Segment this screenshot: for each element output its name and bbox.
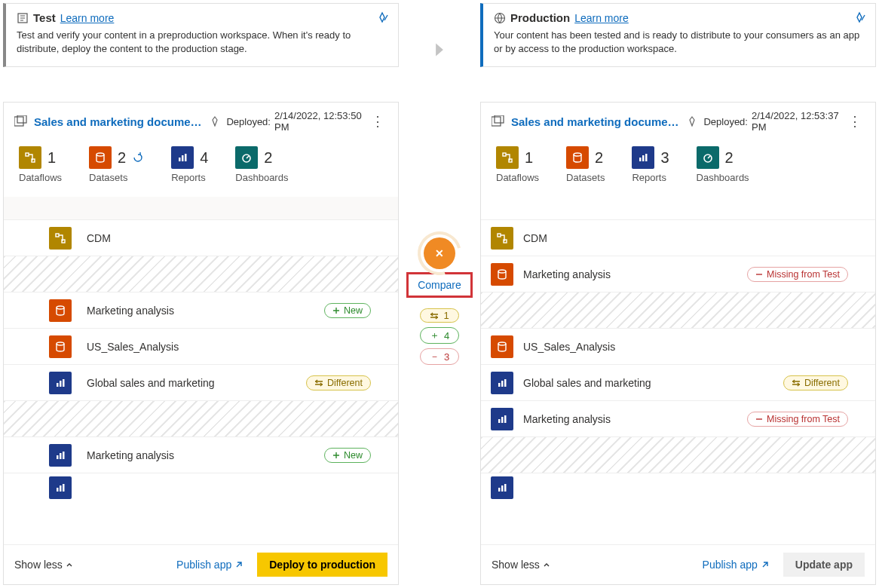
list-item[interactable]: CDM — [481, 219, 875, 256]
learn-more-link-prod[interactable]: Learn more — [574, 12, 629, 24]
more-menu-test[interactable]: ⋮ — [368, 115, 387, 128]
list-item[interactable]: US_Sales_Analysis — [481, 328, 875, 364]
svg-rect-8 — [185, 154, 187, 161]
svg-rect-15 — [60, 381, 62, 387]
more-menu-prod[interactable]: ⋮ — [845, 115, 865, 128]
stats-row-test: 1 Dataflows 2 Datasets 4 Report — [4, 140, 398, 197]
publish-app-test[interactable]: Publish app — [176, 559, 243, 571]
status-badge: Missing from Test — [747, 267, 848, 282]
svg-rect-43 — [498, 488, 501, 492]
list-item-partial — [481, 473, 875, 486]
svg-rect-16 — [63, 379, 65, 387]
workspace-name-test[interactable]: Sales and marketing documentati... — [34, 115, 202, 128]
svg-rect-17 — [57, 455, 59, 459]
svg-rect-42 — [504, 415, 507, 423]
compare-add-pill: ＋4 — [420, 327, 459, 344]
compare-diff-pill: 1 — [420, 308, 458, 323]
svg-rect-18 — [60, 453, 62, 459]
item-name: US_Sales_Analysis — [523, 341, 848, 353]
dataflow-icon — [19, 146, 41, 169]
empty-slot — [4, 400, 398, 436]
svg-rect-20 — [57, 488, 59, 492]
item-name: Global sales and marketing — [523, 377, 783, 389]
svg-point-35 — [498, 270, 506, 273]
learn-more-link-test[interactable]: Learn more — [60, 12, 115, 24]
svg-rect-21 — [60, 485, 62, 492]
svg-point-13 — [57, 342, 64, 345]
dataset-icon — [566, 146, 589, 169]
dataflow-icon — [481, 227, 523, 250]
stage-title-test: Test — [33, 11, 56, 24]
workspace-name-prod[interactable]: Sales and marketing documentati... — [511, 115, 679, 128]
svg-rect-41 — [501, 417, 504, 423]
list-item[interactable]: Marketing analysisMissing from Test — [481, 400, 875, 436]
item-list-prod[interactable]: CDMMarketing analysisMissing from TestUS… — [481, 219, 875, 544]
stage-desc-test: Test and verify your content in a prepro… — [17, 29, 386, 56]
item-name: Marketing analysis — [523, 268, 747, 280]
svg-point-36 — [498, 342, 506, 345]
deploy-to-production-button[interactable]: Deploy to production — [257, 553, 387, 577]
compare-cancel-button[interactable]: ✕ — [424, 237, 455, 269]
stage-title-prod: Production — [510, 11, 570, 24]
svg-rect-22 — [63, 484, 65, 492]
status-badge: Missing from Test — [747, 412, 848, 427]
item-list-test[interactable]: CDMMarketing analysisNewUS_Sales_Analysi… — [4, 219, 398, 544]
svg-rect-1 — [14, 117, 23, 126]
svg-rect-24 — [492, 117, 501, 126]
empty-slot — [4, 256, 398, 292]
svg-rect-39 — [504, 379, 507, 387]
svg-rect-26 — [503, 153, 506, 156]
item-name: Marketing analysis — [87, 449, 324, 461]
stage-card-production: Production Learn more Your content has b… — [480, 3, 876, 67]
svg-rect-10 — [56, 234, 59, 237]
list-item[interactable]: Global sales and marketingDifferent — [4, 364, 398, 400]
list-item[interactable]: US_Sales_Analysis — [4, 328, 398, 364]
item-name: US_Sales_Analysis — [87, 341, 371, 353]
svg-rect-33 — [498, 234, 501, 237]
premium-icon — [687, 116, 697, 127]
list-item[interactable]: Global sales and marketingDifferent — [481, 364, 875, 400]
stats-row-prod: 1 Dataflows 2 Datasets 3 Reports — [481, 140, 875, 197]
deployment-rules-icon-prod[interactable] — [853, 11, 866, 25]
show-less-test[interactable]: Show less — [14, 559, 73, 571]
svg-rect-37 — [498, 383, 501, 387]
deployment-rules-icon[interactable] — [375, 11, 389, 25]
compare-del-pill: －3 — [420, 348, 459, 365]
checklist-icon — [17, 12, 29, 24]
list-item[interactable]: Marketing analysisNew — [4, 436, 398, 473]
dataflow-icon — [496, 146, 519, 169]
svg-point-5 — [96, 153, 104, 156]
workspace-icon — [492, 115, 505, 127]
svg-rect-6 — [179, 158, 181, 161]
svg-rect-14 — [57, 383, 59, 387]
compare-button[interactable]: Compare — [406, 272, 473, 298]
publish-app-prod[interactable]: Publish app — [703, 559, 770, 571]
item-name: Marketing analysis — [87, 305, 324, 317]
report-icon — [481, 408, 523, 430]
item-name: Marketing analysis — [523, 413, 747, 425]
status-badge: Different — [783, 375, 848, 390]
dataset-icon — [4, 335, 87, 358]
dataflow-icon — [4, 227, 87, 250]
svg-rect-40 — [498, 419, 501, 423]
svg-point-28 — [574, 153, 581, 156]
stage-card-test: Test Learn more Test and verify your con… — [3, 3, 399, 67]
update-app-button[interactable]: Update app — [783, 553, 865, 577]
svg-rect-19 — [63, 452, 65, 459]
list-item[interactable]: Marketing analysisNew — [4, 292, 398, 328]
svg-rect-29 — [639, 158, 642, 161]
dashboard-icon — [235, 146, 258, 169]
list-item-partial — [4, 473, 398, 486]
dataset-icon — [89, 146, 112, 169]
deployed-label-test: Deployed: 2/14/2022, 12:53:50 PM — [226, 110, 362, 133]
report-icon — [481, 473, 523, 499]
workspace-icon — [14, 115, 28, 127]
report-icon — [4, 372, 87, 394]
svg-rect-38 — [501, 381, 504, 387]
status-badge: New — [324, 448, 371, 463]
list-item[interactable]: CDM — [4, 219, 398, 256]
workspace-card-test: Sales and marketing documentati... Deplo… — [3, 102, 399, 585]
refresh-icon[interactable] — [132, 152, 144, 164]
list-item[interactable]: Marketing analysisMissing from Test — [481, 256, 875, 292]
show-less-prod[interactable]: Show less — [492, 559, 550, 571]
